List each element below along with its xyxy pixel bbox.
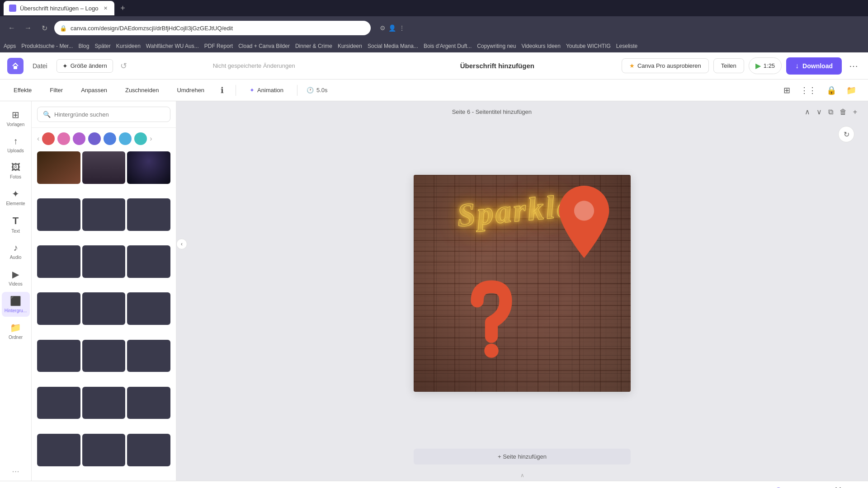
background-thumb-6[interactable]: [127, 198, 170, 231]
bookmark-pdf[interactable]: PDF Report: [204, 43, 233, 49]
sidebar-item-elemente[interactable]: ✦ Elemente: [2, 185, 30, 210]
page-up-button[interactable]: ∧: [803, 106, 812, 118]
more-options-button[interactable]: ⋯: [846, 58, 861, 74]
background-thumb-14[interactable]: [82, 340, 126, 372]
sidebar-item-audio[interactable]: ♪ Audio: [2, 239, 30, 263]
refresh-button[interactable]: ↻: [38, 22, 51, 34]
menu-icon[interactable]: ⋮: [399, 24, 405, 32]
bookmark-produktsuche[interactable]: Produktsuche - Mer...: [21, 43, 73, 49]
color-swatch-light-blue[interactable]: [119, 132, 132, 145]
background-thumb-16[interactable]: [37, 387, 80, 419]
extensions-icon[interactable]: ⚙: [380, 24, 386, 32]
question-mark-element[interactable]: [446, 280, 537, 381]
background-thumb-1[interactable]: [37, 151, 80, 184]
page-copy-button[interactable]: ⧉: [826, 106, 835, 118]
bookmark-youtube[interactable]: Youtube WICHTIG: [566, 43, 611, 49]
bookmark-später[interactable]: Später: [94, 43, 110, 49]
play-button[interactable]: ▶ 1:25: [749, 57, 782, 74]
page-down-button[interactable]: ∨: [815, 106, 824, 118]
bookmark-videokurs[interactable]: Videokurs Ideen: [521, 43, 561, 49]
color-swatch-purple[interactable]: [73, 132, 85, 145]
try-pro-button[interactable]: ★ Canva Pro ausprobieren: [622, 58, 709, 73]
pattern-icon-button[interactable]: ⋮⋮: [797, 83, 819, 98]
background-thumb-13[interactable]: [37, 340, 80, 372]
download-button[interactable]: ↓ Download: [786, 57, 842, 75]
background-thumb-21[interactable]: [127, 434, 170, 466]
background-thumb-10[interactable]: [37, 292, 80, 325]
background-thumb-7[interactable]: [37, 245, 80, 278]
background-thumb-19[interactable]: [37, 434, 80, 466]
grid-icon-button[interactable]: ⊞: [781, 83, 793, 98]
sidebar-item-text[interactable]: T Text: [2, 211, 30, 237]
bookmark-wahlfächer[interactable]: Wahlfächer WU Aus...: [146, 43, 199, 49]
design-canvas[interactable]: Sparkle: [414, 175, 631, 392]
home-button[interactable]: [7, 58, 24, 74]
color-swatch-teal[interactable]: [134, 132, 147, 145]
color-swatch-blue-purple[interactable]: [88, 132, 101, 145]
zoom-help-button[interactable]: ?: [848, 485, 861, 488]
bookmark-blog[interactable]: Blog: [78, 43, 89, 49]
info-button[interactable]: ℹ: [218, 83, 226, 98]
umdrehen-button[interactable]: Umdrehen: [172, 84, 209, 96]
color-swatch-red[interactable]: [42, 132, 55, 145]
datei-button[interactable]: Datei: [28, 60, 52, 72]
color-prev-button[interactable]: ‹: [37, 135, 39, 143]
bookmark-leseliste[interactable]: Leseliste: [616, 43, 637, 49]
background-thumb-4[interactable]: [37, 198, 80, 231]
effekte-button[interactable]: Effekte: [9, 84, 36, 96]
sidebar-item-vorlagen[interactable]: ⊞ Vorlagen: [2, 106, 30, 131]
chevron-up-icon[interactable]: ∧: [520, 472, 524, 479]
sidebar-item-videos[interactable]: ▶ Videos: [2, 265, 30, 290]
forward-button[interactable]: →: [22, 22, 34, 34]
panel-collapse-button[interactable]: ‹: [176, 239, 187, 249]
page-delete-button[interactable]: 🗑: [838, 106, 849, 118]
bookmark-bois[interactable]: Bois d'Argent Duft...: [424, 43, 472, 49]
animation-button[interactable]: ✦ Animation: [245, 84, 288, 96]
background-thumb-12[interactable]: [127, 292, 170, 325]
url-bar[interactable]: 🔒 canva.com/design/DAEdomzscjI/drBfjHdCo…: [54, 21, 371, 35]
search-input[interactable]: [54, 111, 165, 118]
background-thumb-3[interactable]: [127, 151, 170, 184]
resize-button[interactable]: ✦ Größe ändern: [57, 59, 113, 73]
new-tab-button[interactable]: +: [116, 2, 129, 14]
bookmark-social[interactable]: Social Media Mana...: [368, 43, 418, 49]
bookmark-kursideen2[interactable]: Kursideen: [338, 43, 362, 49]
background-thumb-18[interactable]: [127, 387, 170, 419]
refresh-canvas-button[interactable]: ↻: [838, 126, 854, 142]
sidebar-item-ordner[interactable]: 📁 Ordner: [2, 319, 30, 343]
bookmark-kursideen[interactable]: Kursideen: [116, 43, 141, 49]
sidebar-item-hintergrunde[interactable]: ⬛ Hintergru...: [2, 292, 30, 317]
background-thumb-15[interactable]: [127, 340, 170, 372]
sidebar-item-fotos[interactable]: 🖼 Fotos: [2, 159, 30, 183]
share-button[interactable]: Teilen: [713, 58, 744, 73]
bookmark-copywriting[interactable]: Copywriting neu: [477, 43, 516, 49]
anpassen-button[interactable]: Anpassen: [76, 84, 112, 96]
folder-icon-button[interactable]: 📁: [844, 83, 859, 98]
zuschneiden-button[interactable]: Zuschneiden: [121, 84, 163, 96]
pin-element[interactable]: [555, 186, 613, 260]
color-swatch-blue[interactable]: [104, 132, 116, 145]
sidebar-more-button[interactable]: ···: [12, 466, 19, 476]
undo-button[interactable]: ↺: [118, 58, 130, 74]
lock-icon-button[interactable]: 🔒: [824, 83, 839, 98]
tab-close-button[interactable]: ✕: [102, 5, 109, 12]
bookmark-apps[interactable]: Apps: [4, 43, 16, 49]
profile-icon[interactable]: 👤: [388, 24, 396, 32]
bookmark-cload[interactable]: Cload + Canva Bilder: [238, 43, 290, 49]
filter-button[interactable]: Filter: [45, 84, 67, 96]
background-thumb-9[interactable]: [127, 245, 170, 278]
bookmark-dinner[interactable]: Dinner & Crime: [295, 43, 332, 49]
background-thumb-17[interactable]: [82, 387, 126, 419]
background-thumb-11[interactable]: [82, 292, 126, 325]
sidebar-item-uploads[interactable]: ↑ Uploads: [2, 132, 30, 157]
zoom-fullscreen-button[interactable]: ⛶: [832, 485, 844, 488]
zoom-grid-button[interactable]: ⊞: [816, 485, 828, 488]
active-tab[interactable]: Überschrift hinzufügen – Logo ✕: [4, 1, 114, 15]
back-button[interactable]: ←: [5, 22, 18, 34]
search-box[interactable]: 🔍: [37, 107, 170, 122]
color-swatch-pink[interactable]: [57, 132, 70, 145]
background-thumb-20[interactable]: [82, 434, 126, 466]
color-next-button[interactable]: ›: [150, 135, 152, 143]
background-thumb-5[interactable]: [82, 198, 126, 231]
background-thumb-8[interactable]: [82, 245, 126, 278]
